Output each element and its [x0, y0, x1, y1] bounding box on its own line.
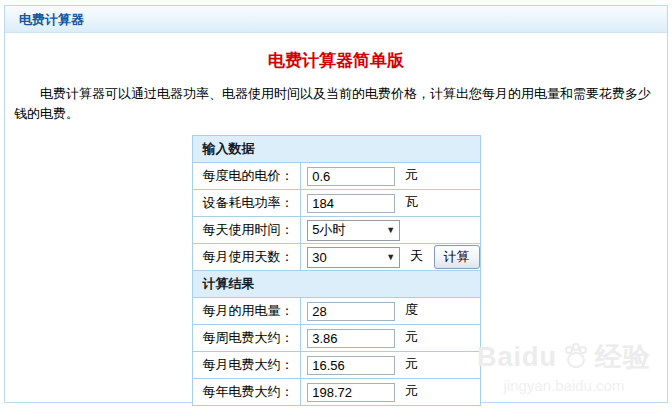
calculator-panel: 电费计算器 电费计算器简单版 电费计算器可以通过电器功率、电器使用时间以及当前的… — [4, 5, 668, 403]
field-label: 每天使用时间： — [192, 217, 301, 244]
calculator-table: 输入数据 每度电的电价： 元 设备耗电功率： 瓦 每天使用时间： — [192, 135, 481, 406]
field-label: 每年电费大约： — [192, 379, 301, 406]
row-price-per-kwh: 每度电的电价： 元 — [192, 163, 480, 190]
unit-label: 元 — [405, 383, 418, 398]
input-section-header-row: 输入数据 — [192, 136, 480, 163]
monthly-usage-days-select[interactable]: 30 ▼ — [307, 247, 400, 268]
result-section-header-row: 计算结果 — [192, 271, 480, 298]
watermark-suffix: 经验 — [595, 339, 651, 375]
field-label: 每月电费大约： — [192, 352, 301, 379]
yearly-cost-input[interactable] — [307, 383, 395, 402]
calculate-button[interactable]: 计算 — [434, 245, 480, 269]
field-label: 每周电费大约： — [192, 325, 301, 352]
row-device-power: 设备耗电功率： 瓦 — [192, 190, 480, 217]
row-monthly-usage-days: 每月使用天数： 30 ▼ 天 计算 — [192, 244, 480, 271]
chevron-down-icon: ▼ — [386, 253, 395, 262]
price-per-kwh-input[interactable] — [307, 167, 395, 186]
input-section-header: 输入数据 — [192, 136, 480, 163]
unit-label: 元 — [405, 356, 418, 371]
row-yearly-cost: 每年电费大约： 元 — [192, 379, 480, 406]
monthly-consumption-input[interactable] — [307, 302, 395, 321]
panel-content: 电费计算器简单版 电费计算器可以通过电器功率、电器使用时间以及当前的电费价格，计… — [5, 33, 667, 402]
description-text: 电费计算器可以通过电器功率、电器使用时间以及当前的电费价格，计算出您每月的用电量… — [14, 84, 658, 124]
field-label: 设备耗电功率： — [192, 190, 301, 217]
panel-titlebar: 电费计算器 — [5, 6, 667, 33]
chevron-down-icon: ▼ — [386, 226, 395, 235]
field-label: 每月的用电量： — [192, 298, 301, 325]
watermark-brand: Baidu — [477, 342, 557, 373]
watermark-url: jingyan.baidu.com — [477, 377, 651, 394]
device-power-input[interactable] — [307, 194, 395, 213]
paw-icon — [561, 343, 591, 371]
page-title: 电费计算器简单版 — [5, 33, 667, 72]
unit-label: 瓦 — [405, 194, 418, 209]
unit-label: 度 — [405, 302, 418, 317]
baidu-jingyan-watermark: Baidu 经验 jingyan.baidu.com — [477, 339, 651, 394]
selected-option: 5小时 — [312, 221, 345, 239]
row-weekly-cost: 每周电费大约： 元 — [192, 325, 480, 352]
weekly-cost-input[interactable] — [307, 329, 395, 348]
row-daily-usage-hours: 每天使用时间： 5小时 ▼ — [192, 217, 480, 244]
unit-label: 天 — [410, 248, 423, 263]
unit-label: 元 — [405, 329, 418, 344]
unit-label: 元 — [405, 167, 418, 182]
field-label: 每月使用天数： — [192, 244, 301, 271]
panel-title: 电费计算器 — [19, 12, 84, 27]
selected-option: 30 — [312, 250, 326, 265]
field-label: 每度电的电价： — [192, 163, 301, 190]
row-monthly-cost: 每月电费大约： 元 — [192, 352, 480, 379]
daily-usage-hours-select[interactable]: 5小时 ▼ — [307, 220, 400, 241]
row-monthly-consumption: 每月的用电量： 度 — [192, 298, 480, 325]
result-section-header: 计算结果 — [192, 271, 480, 298]
monthly-cost-input[interactable] — [307, 356, 395, 375]
